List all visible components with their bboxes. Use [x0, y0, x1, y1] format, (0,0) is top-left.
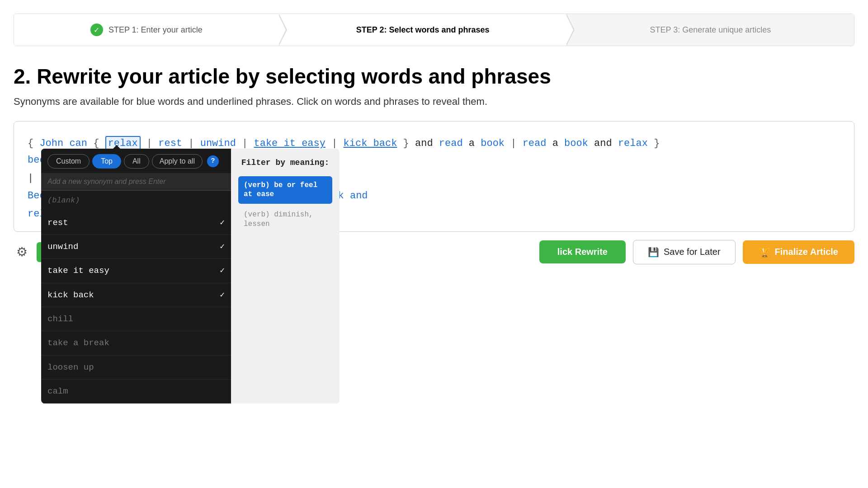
- subtitle: Synonyms are available for blue words an…: [14, 96, 854, 108]
- brace-open: {: [28, 138, 39, 149]
- finalize-label: Finalize Article: [775, 247, 838, 257]
- synonym-input[interactable]: [41, 173, 231, 191]
- page-title: 2. Rewrite your article by selecting wor…: [14, 64, 854, 89]
- check-unwind: ✓: [220, 240, 225, 254]
- check-take-it-easy: ✓: [220, 264, 225, 278]
- synonym-loosen-up[interactable]: loosen up: [41, 356, 231, 380]
- word-read1[interactable]: read: [439, 138, 463, 149]
- step1-check-icon: ✓: [90, 23, 103, 36]
- rewrite-button[interactable]: lick Rewrite: [539, 240, 626, 263]
- synonym-take-a-break-label: take a break: [47, 336, 109, 350]
- pipe4: |: [331, 138, 337, 149]
- synonym-kick-back-label: kick back: [47, 288, 94, 302]
- brace-end: }: [654, 138, 660, 149]
- blank-item[interactable]: (blank): [41, 191, 231, 211]
- apply-to-all-button[interactable]: Apply to all: [152, 154, 203, 169]
- filter-option-diminish[interactable]: (verb) diminish, lessen: [238, 206, 332, 234]
- finalize-icon: 🏆: [759, 247, 770, 258]
- step-3[interactable]: STEP 3: Generate unique articles: [567, 14, 854, 46]
- tabs-row: Custom Top All Apply to all ?: [41, 149, 231, 173]
- finalize-article-button[interactable]: 🏆 Finalize Article: [743, 240, 854, 264]
- tab-top[interactable]: Top: [92, 154, 121, 169]
- step2-arrow-white: [566, 14, 573, 46]
- pipe1: |: [146, 138, 152, 149]
- word-book1[interactable]: book: [481, 138, 505, 149]
- pipe3: |: [242, 138, 248, 149]
- dropdown-right-panel: Filter by meaning: (verb) be or feel at …: [231, 149, 340, 404]
- word-john[interactable]: John: [39, 138, 63, 149]
- synonym-unwind-label: unwind: [47, 239, 78, 254]
- word-read2[interactable]: read: [523, 138, 547, 149]
- step-1[interactable]: ✓ STEP 1: Enter your article: [14, 14, 279, 46]
- synonym-chill-label: chill: [47, 312, 73, 326]
- step1-label: STEP 1: Enter your article: [108, 25, 203, 35]
- synonym-chill[interactable]: chill: [41, 307, 231, 331]
- pipe2: |: [188, 138, 194, 149]
- settings-gear-button[interactable]: ⚙: [14, 242, 30, 262]
- brace-inner: {: [93, 138, 105, 149]
- step1-arrow-white: [278, 14, 286, 46]
- article-box: { John can { relax | rest | unwind | tak…: [14, 121, 854, 232]
- dropdown-caret: [111, 145, 122, 150]
- step2-label: STEP 2: Select words and phrases: [356, 25, 490, 35]
- synonym-loosen-up-label: loosen up: [47, 360, 94, 375]
- dropdown-left-panel: Custom Top All Apply to all ? (blank) re…: [41, 149, 231, 404]
- synonym-calm-label: calm: [47, 384, 68, 399]
- synonym-calm[interactable]: calm: [41, 380, 231, 404]
- synonym-rest[interactable]: rest ✓: [41, 211, 231, 235]
- word-can[interactable]: can: [69, 138, 87, 149]
- word-rest[interactable]: rest: [158, 138, 182, 149]
- cursor-line: |: [28, 173, 33, 184]
- word-and1: and: [415, 138, 433, 149]
- synonym-take-it-easy[interactable]: take it easy ✓: [41, 259, 231, 283]
- check-rest: ✓: [220, 216, 225, 230]
- phrase-take-it-easy[interactable]: take it easy: [254, 138, 326, 149]
- synonym-take-it-easy-label: take it easy: [47, 263, 109, 278]
- tab-custom[interactable]: Custom: [47, 154, 90, 169]
- filter-option-ease[interactable]: (verb) be or feel at ease: [238, 176, 332, 204]
- help-icon[interactable]: ?: [207, 155, 219, 167]
- synonym-kick-back[interactable]: kick back ✓: [41, 283, 231, 307]
- save-label: Save for Later: [664, 247, 721, 257]
- check-kick-back: ✓: [220, 288, 225, 302]
- pipe5: |: [510, 138, 522, 149]
- step-2[interactable]: STEP 2: Select words and phrases: [279, 14, 567, 46]
- brace-close: }: [403, 138, 409, 149]
- steps-bar: ✓ STEP 1: Enter your article STEP 2: Sel…: [14, 14, 854, 46]
- step3-label: STEP 3: Generate unique articles: [650, 25, 771, 35]
- word-unwind[interactable]: unwind: [200, 138, 236, 149]
- phrase-kick-back[interactable]: kick back: [344, 138, 397, 149]
- save-for-later-button[interactable]: 💾 Save for Later: [633, 240, 736, 264]
- word-book2[interactable]: book: [564, 138, 588, 149]
- filter-title: Filter by meaning:: [238, 156, 332, 170]
- synonym-rest-label: rest: [47, 216, 68, 230]
- save-icon: 💾: [648, 247, 659, 258]
- synonym-take-a-break[interactable]: take a break: [41, 331, 231, 355]
- synonym-dropdown: Custom Top All Apply to all ? (blank) re…: [41, 149, 340, 404]
- rewrite-label: lick Rewrite: [557, 247, 608, 257]
- tab-all[interactable]: All: [124, 154, 149, 169]
- word-relax2[interactable]: relax: [618, 138, 648, 149]
- synonym-unwind[interactable]: unwind ✓: [41, 235, 231, 259]
